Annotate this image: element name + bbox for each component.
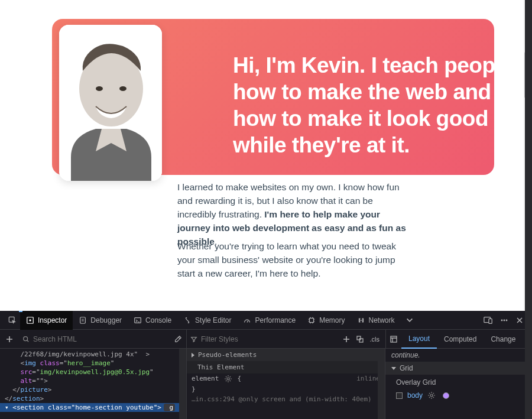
grid-section-header[interactable]: Grid [385,362,532,375]
devtools-tabbar: Inspector Debugger Console Style Editor … [0,311,532,330]
webpage-viewport: Hi, I'm Kevin. I teach people how to mak… [0,0,532,311]
gear-icon[interactable] [224,375,232,383]
svg-point-6 [29,319,31,321]
dom-tree-pane[interactable]: /22f68/img/kevinpowell.jpg 4x" > <img cl… [0,349,187,419]
devtools-toolbar: .cls Layout Computed Change [0,330,532,349]
svg-rect-16 [357,336,361,340]
svg-point-3 [119,86,126,91]
element-picker-icon[interactable] [5,316,20,324]
tab-inspector[interactable]: Inspector [20,311,73,330]
tab-label: Console [145,316,171,324]
search-icon [22,336,30,343]
grid-badge[interactable]: g [164,404,175,411]
side-tab-layout[interactable]: Layout [401,330,437,349]
svg-rect-9 [310,318,314,322]
svg-point-14 [506,319,508,321]
svg-point-2 [96,86,103,91]
layout-continue-text: continue. [385,349,532,362]
hero-title: Hi, I'm Kevin. I teach people how to mak… [233,52,532,159]
svg-rect-8 [135,317,141,323]
grid-target-body[interactable]: body [407,391,423,399]
new-node-button[interactable] [0,336,19,343]
kebab-menu-icon[interactable] [500,316,508,324]
tab-label: Memory [319,316,345,324]
color-swatch[interactable] [443,392,449,399]
styles-scrollbar[interactable] [378,349,385,419]
overlay-grid-label: Overlay Grid [385,375,532,389]
side-tab-label: Change [491,335,515,343]
chevron-down-icon [391,367,396,370]
search-html-input[interactable] [30,335,166,343]
tab-label: Network [369,316,395,324]
intro-paragraph-1: I learned to make websites on my own. I … [177,181,414,249]
add-rule-icon[interactable] [343,336,350,343]
svg-point-13 [504,319,505,321]
layout-scrollbar[interactable] [525,349,532,419]
tabs-overflow-icon[interactable] [401,316,419,324]
pseudo-class-icon[interactable] [356,335,364,343]
side-tab-changes[interactable]: Change [484,330,523,349]
tab-console[interactable]: Console [128,311,177,330]
filter-styles-input[interactable] [197,335,301,343]
svg-point-20 [430,394,433,397]
svg-point-12 [501,319,503,321]
this-element-header[interactable]: This Element [187,361,385,373]
side-tab-computed[interactable]: Computed [437,330,484,349]
close-icon[interactable] [515,316,524,324]
gear-icon[interactable] [427,391,436,399]
filter-icon [190,336,197,343]
dom-scrollbar[interactable] [179,349,186,419]
side-tab-label: Computed [444,335,476,343]
tab-label: Style Editor [195,316,231,324]
tab-memory[interactable]: Memory [301,311,351,330]
dom-selected-node[interactable]: ▾ <section class="home-section youtube">… [0,403,186,412]
cls-toggle[interactable]: .cls [370,336,380,343]
intro-paragraph-2: Whether you're trying to learn what you … [177,240,414,281]
hero-image [59,25,162,181]
responsive-mode-icon[interactable] [484,316,493,324]
dom-text: /22f68/img/kevinpowell.jpg 4x" > [5,350,150,358]
media-query-rule[interactable]: …in.css:294 @only screen and (min-width:… [187,394,385,404]
tab-label: Inspector [38,316,67,324]
svg-rect-7 [80,317,86,323]
eyedropper-icon[interactable] [170,335,186,343]
css-rule[interactable]: element { inline [187,373,385,384]
tab-style-editor[interactable]: Style Editor [177,311,237,330]
svg-point-15 [24,336,28,340]
tab-label: Performance [255,316,296,324]
tab-performance[interactable]: Performance [237,311,301,330]
tab-network[interactable]: Network [351,311,401,330]
svg-point-19 [227,378,229,380]
pseudo-elements-header[interactable]: Pseudo-elements [187,349,385,361]
checkbox[interactable] [396,392,403,399]
grid-overlay-item[interactable]: body [385,389,532,402]
tab-label: Debugger [90,316,122,324]
layout-pane: continue. Grid Overlay Grid body [385,349,532,419]
svg-rect-18 [391,336,397,342]
tab-debugger[interactable]: Debugger [73,311,128,330]
side-tab-label: Layout [408,334,430,343]
layout-pane-icon[interactable] [386,335,401,343]
styles-pane[interactable]: Pseudo-elements This Element element { i… [187,349,385,419]
svg-rect-17 [359,339,363,342]
devtools-panel: Inspector Debugger Console Style Editor … [0,311,532,419]
svg-rect-11 [489,319,492,323]
css-rule-close: } [187,384,385,394]
